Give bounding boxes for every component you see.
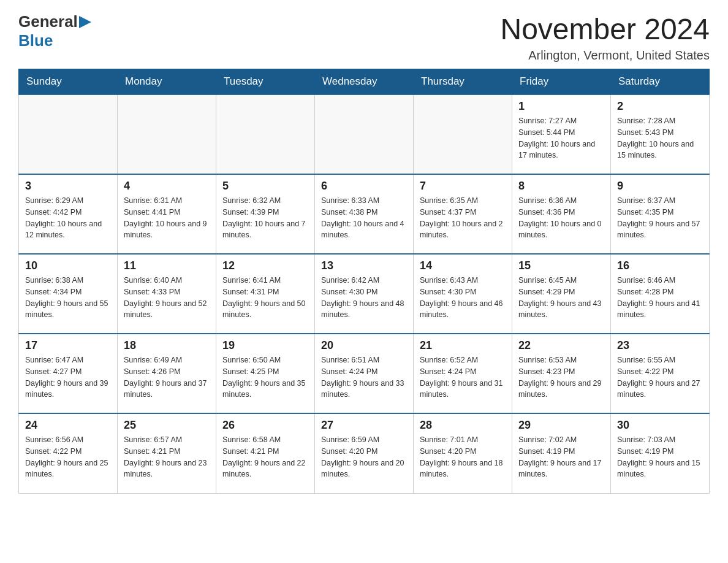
day-number: 13 bbox=[321, 259, 407, 272]
day-info: Sunrise: 6:32 AMSunset: 4:39 PMDaylight:… bbox=[222, 195, 308, 241]
calendar-cell: 12Sunrise: 6:41 AMSunset: 4:31 PMDayligh… bbox=[216, 254, 315, 334]
calendar-cell: 4Sunrise: 6:31 AMSunset: 4:41 PMDaylight… bbox=[118, 174, 216, 254]
week-row-3: 10Sunrise: 6:38 AMSunset: 4:34 PMDayligh… bbox=[19, 254, 710, 334]
day-number: 10 bbox=[25, 259, 111, 272]
day-number: 17 bbox=[25, 339, 111, 352]
day-number: 2 bbox=[617, 100, 703, 113]
week-row-1: 1Sunrise: 7:27 AMSunset: 5:44 PMDaylight… bbox=[19, 94, 710, 174]
col-friday: Friday bbox=[512, 69, 611, 95]
col-tuesday: Tuesday bbox=[216, 69, 315, 95]
calendar-cell: 28Sunrise: 7:01 AMSunset: 4:20 PMDayligh… bbox=[414, 413, 512, 493]
calendar-cell: 30Sunrise: 7:03 AMSunset: 4:19 PMDayligh… bbox=[611, 413, 710, 493]
day-number: 30 bbox=[617, 419, 703, 432]
calendar-cell: 14Sunrise: 6:43 AMSunset: 4:30 PMDayligh… bbox=[414, 254, 512, 334]
day-info: Sunrise: 7:28 AMSunset: 5:43 PMDaylight:… bbox=[617, 115, 703, 161]
calendar-cell: 24Sunrise: 6:56 AMSunset: 4:22 PMDayligh… bbox=[19, 413, 118, 493]
calendar-cell: 13Sunrise: 6:42 AMSunset: 4:30 PMDayligh… bbox=[315, 254, 414, 334]
calendar-cell: 27Sunrise: 6:59 AMSunset: 4:20 PMDayligh… bbox=[315, 413, 414, 493]
calendar-cell: 21Sunrise: 6:52 AMSunset: 4:24 PMDayligh… bbox=[414, 334, 512, 413]
logo-general: General bbox=[18, 12, 78, 31]
day-number: 16 bbox=[617, 259, 703, 272]
day-info: Sunrise: 6:50 AMSunset: 4:25 PMDaylight:… bbox=[222, 354, 308, 400]
day-info: Sunrise: 7:01 AMSunset: 4:20 PMDaylight:… bbox=[420, 434, 506, 480]
day-number: 9 bbox=[617, 180, 703, 193]
day-number: 14 bbox=[420, 259, 506, 272]
day-info: Sunrise: 6:35 AMSunset: 4:37 PMDaylight:… bbox=[420, 195, 506, 241]
day-info: Sunrise: 6:58 AMSunset: 4:21 PMDaylight:… bbox=[222, 434, 308, 480]
day-info: Sunrise: 6:47 AMSunset: 4:27 PMDaylight:… bbox=[25, 354, 111, 400]
day-info: Sunrise: 6:40 AMSunset: 4:33 PMDaylight:… bbox=[124, 275, 210, 321]
day-number: 18 bbox=[124, 339, 210, 352]
calendar-cell: 7Sunrise: 6:35 AMSunset: 4:37 PMDaylight… bbox=[414, 174, 512, 254]
week-row-5: 24Sunrise: 6:56 AMSunset: 4:22 PMDayligh… bbox=[19, 413, 710, 493]
page-header: General Blue November 2024 Arlington, Ve… bbox=[18, 12, 710, 63]
calendar-cell: 25Sunrise: 6:57 AMSunset: 4:21 PMDayligh… bbox=[118, 413, 216, 493]
day-info: Sunrise: 6:51 AMSunset: 4:24 PMDaylight:… bbox=[321, 354, 407, 400]
day-number: 6 bbox=[321, 180, 407, 193]
day-number: 29 bbox=[518, 419, 604, 432]
day-info: Sunrise: 6:46 AMSunset: 4:28 PMDaylight:… bbox=[617, 275, 703, 321]
calendar-cell: 2Sunrise: 7:28 AMSunset: 5:43 PMDaylight… bbox=[611, 94, 710, 174]
day-number: 3 bbox=[25, 180, 111, 193]
day-number: 23 bbox=[617, 339, 703, 352]
calendar-cell: 9Sunrise: 6:37 AMSunset: 4:35 PMDaylight… bbox=[611, 174, 710, 254]
calendar-cell: 18Sunrise: 6:49 AMSunset: 4:26 PMDayligh… bbox=[118, 334, 216, 413]
day-number: 11 bbox=[124, 259, 210, 272]
day-number: 15 bbox=[518, 259, 604, 272]
day-number: 4 bbox=[124, 180, 210, 193]
day-info: Sunrise: 6:49 AMSunset: 4:26 PMDaylight:… bbox=[124, 354, 210, 400]
day-info: Sunrise: 7:03 AMSunset: 4:19 PMDaylight:… bbox=[617, 434, 703, 480]
day-number: 28 bbox=[420, 419, 506, 432]
day-number: 5 bbox=[222, 180, 308, 193]
calendar-cell: 29Sunrise: 7:02 AMSunset: 4:19 PMDayligh… bbox=[512, 413, 611, 493]
day-number: 24 bbox=[25, 419, 111, 432]
day-number: 12 bbox=[222, 259, 308, 272]
calendar-header-row: Sunday Monday Tuesday Wednesday Thursday… bbox=[19, 69, 710, 95]
day-number: 1 bbox=[518, 100, 604, 113]
col-sunday: Sunday bbox=[19, 69, 118, 95]
calendar-cell: 10Sunrise: 6:38 AMSunset: 4:34 PMDayligh… bbox=[19, 254, 118, 334]
calendar-cell: 3Sunrise: 6:29 AMSunset: 4:42 PMDaylight… bbox=[19, 174, 118, 254]
day-number: 20 bbox=[321, 339, 407, 352]
day-info: Sunrise: 6:56 AMSunset: 4:22 PMDaylight:… bbox=[25, 434, 111, 480]
day-info: Sunrise: 6:53 AMSunset: 4:23 PMDaylight:… bbox=[518, 354, 604, 400]
day-info: Sunrise: 6:29 AMSunset: 4:42 PMDaylight:… bbox=[25, 195, 111, 241]
calendar-cell: 15Sunrise: 6:45 AMSunset: 4:29 PMDayligh… bbox=[512, 254, 611, 334]
logo: General Blue bbox=[18, 12, 91, 50]
week-row-4: 17Sunrise: 6:47 AMSunset: 4:27 PMDayligh… bbox=[19, 334, 710, 413]
calendar-table: Sunday Monday Tuesday Wednesday Thursday… bbox=[18, 69, 710, 494]
day-info: Sunrise: 6:43 AMSunset: 4:30 PMDaylight:… bbox=[420, 275, 506, 321]
day-number: 7 bbox=[420, 180, 506, 193]
day-info: Sunrise: 6:41 AMSunset: 4:31 PMDaylight:… bbox=[222, 275, 308, 321]
day-info: Sunrise: 6:33 AMSunset: 4:38 PMDaylight:… bbox=[321, 195, 407, 241]
day-info: Sunrise: 6:45 AMSunset: 4:29 PMDaylight:… bbox=[518, 275, 604, 321]
day-info: Sunrise: 6:59 AMSunset: 4:20 PMDaylight:… bbox=[321, 434, 407, 480]
calendar-cell bbox=[118, 94, 216, 174]
calendar-cell: 20Sunrise: 6:51 AMSunset: 4:24 PMDayligh… bbox=[315, 334, 414, 413]
calendar-cell: 19Sunrise: 6:50 AMSunset: 4:25 PMDayligh… bbox=[216, 334, 315, 413]
logo-blue: Blue bbox=[18, 31, 53, 50]
day-number: 19 bbox=[222, 339, 308, 352]
day-info: Sunrise: 7:27 AMSunset: 5:44 PMDaylight:… bbox=[518, 115, 604, 161]
day-number: 21 bbox=[420, 339, 506, 352]
day-info: Sunrise: 6:57 AMSunset: 4:21 PMDaylight:… bbox=[124, 434, 210, 480]
day-info: Sunrise: 6:52 AMSunset: 4:24 PMDaylight:… bbox=[420, 354, 506, 400]
day-info: Sunrise: 6:55 AMSunset: 4:22 PMDaylight:… bbox=[617, 354, 703, 400]
col-thursday: Thursday bbox=[414, 69, 512, 95]
calendar-cell bbox=[414, 94, 512, 174]
day-number: 26 bbox=[222, 419, 308, 432]
calendar-cell: 22Sunrise: 6:53 AMSunset: 4:23 PMDayligh… bbox=[512, 334, 611, 413]
day-number: 8 bbox=[518, 180, 604, 193]
day-info: Sunrise: 6:37 AMSunset: 4:35 PMDaylight:… bbox=[617, 195, 703, 241]
col-monday: Monday bbox=[118, 69, 216, 95]
day-info: Sunrise: 6:38 AMSunset: 4:34 PMDaylight:… bbox=[25, 275, 111, 321]
calendar-cell: 11Sunrise: 6:40 AMSunset: 4:33 PMDayligh… bbox=[118, 254, 216, 334]
month-title: November 2024 bbox=[500, 12, 710, 46]
day-info: Sunrise: 7:02 AMSunset: 4:19 PMDaylight:… bbox=[518, 434, 604, 480]
title-block: November 2024 Arlington, Vermont, United… bbox=[500, 12, 710, 63]
day-info: Sunrise: 6:31 AMSunset: 4:41 PMDaylight:… bbox=[124, 195, 210, 241]
calendar-cell: 8Sunrise: 6:36 AMSunset: 4:36 PMDaylight… bbox=[512, 174, 611, 254]
calendar-cell: 17Sunrise: 6:47 AMSunset: 4:27 PMDayligh… bbox=[19, 334, 118, 413]
day-number: 27 bbox=[321, 419, 407, 432]
calendar-cell: 5Sunrise: 6:32 AMSunset: 4:39 PMDaylight… bbox=[216, 174, 315, 254]
